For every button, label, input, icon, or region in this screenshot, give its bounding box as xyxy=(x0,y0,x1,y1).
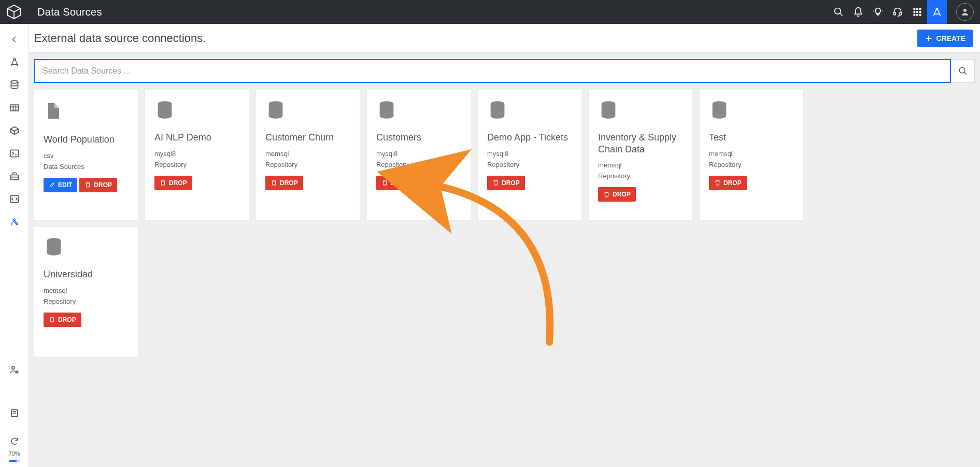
data-source-card[interactable]: Inventory & Supply Chain Data memsql Rep… xyxy=(589,90,692,220)
svg-point-33 xyxy=(16,371,18,373)
drop-button-label: DROP xyxy=(94,181,112,189)
data-source-card[interactable]: World Population csv Data Sources EDITDR… xyxy=(34,90,138,220)
card-source-type: Repository xyxy=(487,161,572,168)
card-name: World Population xyxy=(44,134,129,146)
redo-icon[interactable] xyxy=(3,435,26,447)
card-db-type: mysql8 xyxy=(487,150,572,158)
file-icon xyxy=(44,100,129,124)
card-name: Customers xyxy=(376,132,461,144)
svg-rect-6 xyxy=(894,12,896,15)
data-source-card[interactable]: AI NLP Demo mysql8 Repository DROP xyxy=(145,90,249,220)
card-source-type: Repository xyxy=(376,161,461,168)
card-name: Demo App - Tickets xyxy=(487,132,572,144)
data-source-card[interactable]: Test memsql Repository DROP xyxy=(700,90,803,220)
search-input[interactable] xyxy=(34,59,951,83)
svg-rect-7 xyxy=(900,12,901,15)
svg-rect-15 xyxy=(916,14,918,16)
topbar-actions xyxy=(829,0,974,24)
drop-button-label: DROP xyxy=(613,191,631,198)
header-row: External data source connections. CREATE xyxy=(29,24,980,53)
svg-point-2 xyxy=(835,8,841,15)
database-icon xyxy=(154,100,239,122)
drop-button-label: DROP xyxy=(391,179,409,187)
database-icon xyxy=(44,236,129,259)
zoom-slider[interactable] xyxy=(9,460,20,462)
edit-button-label: EDIT xyxy=(58,181,72,189)
svg-point-18 xyxy=(963,9,967,12)
compass-icon[interactable] xyxy=(927,0,947,24)
database-icon xyxy=(487,100,572,122)
sidebar-toolbox-icon[interactable] xyxy=(3,165,26,188)
sidebar-terminal-icon[interactable] xyxy=(3,142,26,165)
card-actions: DROP xyxy=(265,176,350,190)
svg-rect-16 xyxy=(919,14,921,16)
search-button[interactable] xyxy=(951,59,975,83)
sidebar-footer: 70% xyxy=(3,435,26,467)
zoom-level: 70% xyxy=(8,450,20,457)
card-db-type: memsql xyxy=(598,161,683,169)
svg-rect-10 xyxy=(919,8,921,10)
sidebar-book-icon[interactable] xyxy=(3,402,26,424)
drop-button[interactable]: DROP xyxy=(265,176,303,190)
cards-grid: World Population csv Data Sources EDITDR… xyxy=(34,90,975,357)
lightbulb-icon[interactable] xyxy=(868,0,888,24)
svg-point-39 xyxy=(959,67,965,73)
svg-rect-8 xyxy=(914,8,916,10)
create-button[interactable]: CREATE xyxy=(917,30,973,47)
svg-point-32 xyxy=(12,366,15,369)
drop-button[interactable]: DROP xyxy=(709,176,747,190)
svg-rect-13 xyxy=(919,11,921,13)
sidebar-user-settings-icon[interactable] xyxy=(3,358,26,381)
drop-button[interactable]: DROP xyxy=(79,178,117,192)
sidebar: 70% xyxy=(0,24,29,467)
svg-rect-9 xyxy=(916,8,918,10)
svg-point-17 xyxy=(936,8,938,10)
database-icon xyxy=(376,100,461,122)
drop-button[interactable]: DROP xyxy=(44,313,81,327)
drop-button[interactable]: DROP xyxy=(376,176,414,190)
card-actions: DROP xyxy=(154,176,239,190)
drop-button[interactable]: DROP xyxy=(487,176,525,190)
drop-button-label: DROP xyxy=(723,179,742,187)
database-icon xyxy=(709,100,794,122)
card-actions: EDITDROP xyxy=(44,178,129,192)
sidebar-back-icon[interactable] xyxy=(3,28,26,51)
page-subtitle: External data source connections. xyxy=(34,32,206,45)
bell-icon[interactable] xyxy=(848,0,868,24)
card-source-type: Repository xyxy=(154,161,239,168)
card-source-type: Repository xyxy=(44,298,129,305)
svg-line-40 xyxy=(964,72,967,75)
sidebar-tools-icon[interactable] xyxy=(3,210,26,233)
card-actions: DROP xyxy=(44,313,129,327)
card-actions: DROP xyxy=(598,187,683,202)
topbar: Data Sources xyxy=(0,0,980,24)
sidebar-table-icon[interactable] xyxy=(3,96,26,119)
data-source-card[interactable]: Universidad memsql Repository DROP xyxy=(34,227,138,357)
database-icon xyxy=(598,100,683,122)
sidebar-cube-icon[interactable] xyxy=(3,119,26,142)
sidebar-code-icon[interactable] xyxy=(3,188,26,210)
card-db-type: csv xyxy=(44,152,129,160)
svg-point-19 xyxy=(13,59,15,60)
edit-button[interactable]: EDIT xyxy=(44,178,77,192)
search-row xyxy=(34,59,975,83)
search-icon[interactable] xyxy=(829,0,848,24)
card-db-type: mysql8 xyxy=(376,150,461,158)
card-source-type: Repository xyxy=(265,161,350,168)
page-title: Data Sources xyxy=(37,6,102,18)
card-name: AI NLP Demo xyxy=(154,132,239,144)
user-avatar-icon[interactable] xyxy=(956,3,974,21)
data-source-card[interactable]: Demo App - Tickets mysql8 Repository DRO… xyxy=(478,90,581,220)
card-actions: DROP xyxy=(376,176,461,190)
headset-icon[interactable] xyxy=(888,0,907,24)
app-logo-icon[interactable] xyxy=(5,3,23,21)
svg-line-3 xyxy=(840,13,843,16)
sidebar-compass-icon[interactable] xyxy=(3,51,26,74)
drop-button[interactable]: DROP xyxy=(154,176,192,190)
data-source-card[interactable]: Customer Churn memsql Repository DROP xyxy=(256,90,360,220)
plus-icon xyxy=(925,34,933,43)
data-source-card[interactable]: Customers mysql8 Repository DROP xyxy=(367,90,471,220)
drop-button[interactable]: DROP xyxy=(598,187,636,202)
apps-grid-icon[interactable] xyxy=(907,0,927,24)
sidebar-database-icon[interactable] xyxy=(3,74,26,96)
